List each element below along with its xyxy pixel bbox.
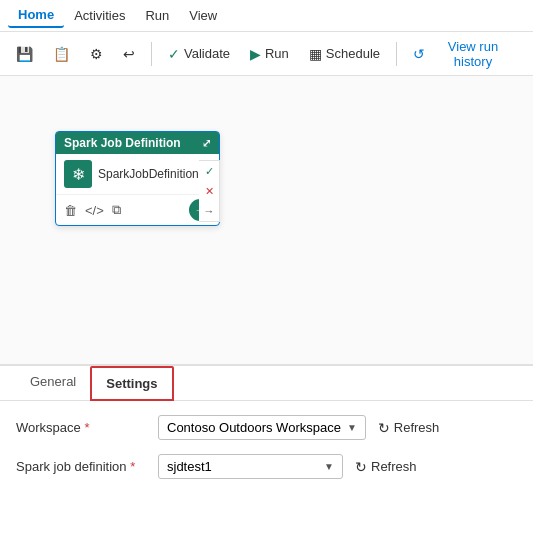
node-header: Spark Job Definition ⤢ bbox=[56, 132, 219, 154]
node-expand-icon[interactable]: ⤢ bbox=[202, 137, 211, 150]
error-icon: ✕ bbox=[199, 181, 219, 201]
node-footer: 🗑 </> ⧉ → bbox=[56, 195, 219, 225]
check-icon: ✓ bbox=[199, 161, 219, 181]
run-button[interactable]: ▶ Run bbox=[242, 42, 297, 66]
sparkjob-refresh-button[interactable]: ↻ Refresh bbox=[355, 459, 417, 475]
menu-item-home[interactable]: Home bbox=[8, 3, 64, 28]
tab-settings[interactable]: Settings bbox=[90, 366, 173, 401]
copy-button[interactable]: 📋 bbox=[45, 42, 78, 66]
sparkjob-chevron-icon: ▼ bbox=[324, 461, 334, 472]
node-body: ❄ SparkJobDefinition 1 ✓ ✕ → bbox=[56, 154, 219, 195]
workspace-refresh-button[interactable]: ↻ Refresh bbox=[378, 420, 440, 436]
canvas-area[interactable]: Spark Job Definition ⤢ ❄ SparkJobDefinit… bbox=[0, 76, 533, 366]
workspace-refresh-icon: ↻ bbox=[378, 420, 390, 436]
validate-button[interactable]: ✓ Validate bbox=[160, 42, 238, 66]
view-history-button[interactable]: ↺ View run history bbox=[405, 35, 525, 73]
toolbar-divider-1 bbox=[151, 42, 152, 66]
settings-button[interactable]: ⚙ bbox=[82, 42, 111, 66]
run-icon: ▶ bbox=[250, 46, 261, 62]
node-status-icons: ✓ ✕ → bbox=[199, 160, 220, 222]
workspace-chevron-icon: ▼ bbox=[347, 422, 357, 433]
schedule-button[interactable]: ▦ Schedule bbox=[301, 42, 388, 66]
menu-item-view[interactable]: View bbox=[179, 4, 227, 27]
menu-item-activities[interactable]: Activities bbox=[64, 4, 135, 27]
save-icon: 💾 bbox=[16, 46, 33, 62]
node-card[interactable]: Spark Job Definition ⤢ ❄ SparkJobDefinit… bbox=[55, 131, 220, 226]
settings-panel: Workspace * Contoso Outdoors Workspace ▼… bbox=[0, 401, 533, 507]
sparkjob-refresh-icon: ↻ bbox=[355, 459, 367, 475]
settings-icon: ⚙ bbox=[90, 46, 103, 62]
workspace-field-row: Workspace * Contoso Outdoors Workspace ▼… bbox=[16, 415, 517, 440]
undo-icon: ↩ bbox=[123, 46, 135, 62]
delete-icon[interactable]: 🗑 bbox=[64, 203, 77, 218]
validate-icon: ✓ bbox=[168, 46, 180, 62]
menu-bar: Home Activities Run View bbox=[0, 0, 533, 32]
sparkjob-label: Spark job definition * bbox=[16, 459, 146, 474]
sparkjob-required: * bbox=[130, 459, 135, 474]
menu-item-run[interactable]: Run bbox=[135, 4, 179, 27]
tab-general[interactable]: General bbox=[16, 366, 90, 400]
workspace-label: Workspace * bbox=[16, 420, 146, 435]
arrow-icon: → bbox=[199, 201, 219, 221]
tab-row: General Settings bbox=[0, 366, 533, 401]
workspace-select[interactable]: Contoso Outdoors Workspace ▼ bbox=[158, 415, 366, 440]
node-icon: ❄ bbox=[64, 160, 92, 188]
copy-icon: 📋 bbox=[53, 46, 70, 62]
sparkjob-field-row: Spark job definition * sjdtest1 ▼ ↻ Refr… bbox=[16, 454, 517, 479]
bottom-panel: General Settings Workspace * Contoso Out… bbox=[0, 366, 533, 507]
duplicate-icon[interactable]: ⧉ bbox=[112, 202, 121, 218]
workspace-required: * bbox=[84, 420, 89, 435]
save-button[interactable]: 💾 bbox=[8, 42, 41, 66]
code-icon[interactable]: </> bbox=[85, 203, 104, 218]
undo-button[interactable]: ↩ bbox=[115, 42, 143, 66]
history-icon: ↺ bbox=[413, 46, 425, 62]
toolbar: 💾 📋 ⚙ ↩ ✓ Validate ▶ Run ▦ Schedule ↺ Vi… bbox=[0, 32, 533, 76]
schedule-icon: ▦ bbox=[309, 46, 322, 62]
node-label: SparkJobDefinition 1 bbox=[98, 167, 211, 181]
toolbar-divider-2 bbox=[396, 42, 397, 66]
sparkjob-select[interactable]: sjdtest1 ▼ bbox=[158, 454, 343, 479]
